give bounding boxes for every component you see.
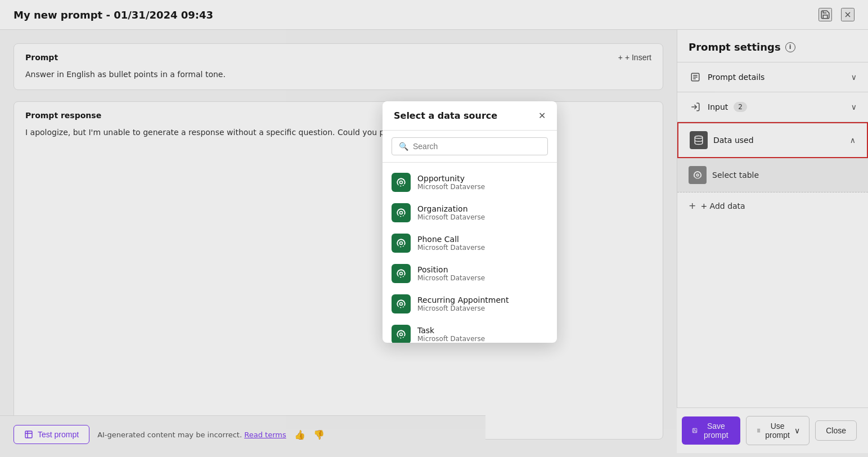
datasource-name: Opportunity (417, 174, 485, 183)
close-button[interactable]: Close (815, 420, 857, 441)
title-bar: My new prompt - 01/31/2024 09:43 (0, 0, 868, 30)
title-bar-icons (818, 8, 854, 21)
response-label: Prompt response (25, 111, 101, 120)
datasource-sub: Microsoft Dataverse (417, 213, 485, 221)
input-label: Input (708, 102, 728, 111)
prompt-details-chevron: ∨ (851, 73, 857, 82)
add-data-plus-icon: + (689, 200, 696, 211)
right-bottom-bar: Save prompt Use prompt ∨ Close (677, 407, 868, 453)
datasource-name: Phone Call (417, 235, 485, 244)
list-item[interactable]: Position Microsoft Dataverse (383, 258, 557, 289)
prompt-label: Prompt (25, 53, 58, 62)
modal-close-button[interactable]: ✕ (538, 110, 546, 121)
test-prompt-label: Test prompt (38, 430, 79, 439)
save-prompt-button[interactable]: Save prompt (682, 416, 740, 445)
datasource-icon (392, 294, 411, 313)
info-icon[interactable]: i (785, 42, 795, 52)
search-box: 🔍 (383, 131, 557, 163)
response-header: Prompt response (25, 111, 651, 120)
datasource-sub: Microsoft Dataverse (417, 304, 509, 312)
modal-title: Select a data source (394, 110, 497, 121)
thumbs-down-icon[interactable]: 👎 (313, 429, 325, 440)
datasource-sub: Microsoft Dataverse (417, 274, 485, 282)
prompt-details-icon (689, 70, 702, 84)
prompt-settings-title: Prompt settings i (677, 41, 868, 62)
input-icon (689, 100, 702, 114)
svg-point-25 (397, 300, 404, 307)
test-prompt-button[interactable]: Test prompt (14, 425, 89, 444)
list-item[interactable]: Recurring Appointment Microsoft Datavers… (383, 289, 557, 319)
save-prompt-label: Save prompt (702, 422, 730, 440)
datasource-icon (392, 234, 411, 253)
data-used-section: Data used ∧ Select table + + Add data (677, 122, 868, 219)
prompt-section: Prompt + + Insert Answer in English as b… (14, 43, 663, 90)
datasource-list: Opportunity Microsoft Dataverse Organiza… (383, 163, 557, 343)
list-item[interactable]: Task Microsoft Dataverse (383, 319, 557, 343)
close-window-icon[interactable] (841, 8, 854, 21)
data-used-chevron: ∧ (850, 136, 856, 145)
use-prompt-chevron: ∨ (794, 426, 800, 435)
response-text: I apologize, but I'm unable to generate … (25, 127, 651, 138)
prompt-text: Answer in English as bullet points in a … (25, 69, 651, 80)
datasource-icon (392, 173, 411, 192)
data-used-header[interactable]: Data used ∧ (677, 122, 868, 158)
datasource-name: Recurring Appointment (417, 295, 509, 304)
insert-icon: + (618, 53, 623, 62)
svg-point-23 (397, 270, 404, 277)
svg-point-21 (397, 239, 404, 247)
svg-point-19 (397, 209, 404, 216)
data-used-icon (690, 131, 708, 149)
list-item[interactable]: Organization Microsoft Dataverse (383, 198, 557, 228)
datasource-name: Organization (417, 204, 485, 213)
search-icon: 🔍 (399, 142, 408, 151)
prompt-details-label: Prompt details (708, 73, 764, 82)
datasource-icon (392, 264, 411, 283)
prompt-details-section[interactable]: Prompt details ∨ (677, 62, 868, 92)
search-input-wrap: 🔍 (392, 137, 548, 155)
add-data-row[interactable]: + + Add data (677, 192, 868, 219)
data-used-label: Data used (713, 136, 754, 145)
use-prompt-label: Use prompt (764, 422, 791, 440)
svg-point-6 (695, 136, 703, 139)
response-section: Prompt response I apologize, but I'm una… (14, 101, 663, 440)
list-item[interactable]: Phone Call Microsoft Dataverse (383, 228, 557, 258)
svg-point-17 (397, 178, 404, 186)
insert-label: + Insert (625, 53, 651, 62)
select-datasource-modal: Select a data source ✕ 🔍 Opportunity Mic… (383, 101, 557, 343)
input-badge: 2 (734, 102, 747, 112)
use-prompt-button[interactable]: Use prompt ∨ (746, 416, 810, 445)
datasource-sub: Microsoft Dataverse (417, 183, 485, 191)
window-title: My new prompt - 01/31/2024 09:43 (14, 9, 213, 21)
add-data-label: + Add data (700, 201, 745, 210)
search-input[interactable] (413, 142, 541, 151)
input-section[interactable]: Input 2 ∨ (677, 92, 868, 122)
svg-point-7 (696, 174, 699, 176)
modal-header: Select a data source ✕ (383, 101, 557, 131)
thumbs-up-icon[interactable]: 👍 (294, 429, 305, 440)
select-table-row[interactable]: Select table (677, 158, 868, 192)
svg-point-8 (694, 172, 701, 178)
select-table-icon (689, 166, 707, 184)
datasource-sub: Microsoft Dataverse (417, 335, 485, 343)
prompt-header: Prompt + + Insert (25, 53, 651, 62)
datasource-name: Position (417, 265, 485, 274)
read-terms-link[interactable]: Read terms (244, 431, 286, 439)
datasource-name: Task (417, 326, 485, 335)
left-panel: Prompt + + Insert Answer in English as b… (0, 30, 677, 453)
right-panel: Prompt settings i Prompt details ∨ Input… (677, 30, 868, 453)
input-chevron: ∨ (851, 102, 857, 111)
datasource-icon (392, 325, 411, 343)
svg-point-27 (397, 330, 404, 338)
select-table-label: Select table (712, 171, 759, 180)
list-item[interactable]: Opportunity Microsoft Dataverse (383, 167, 557, 198)
bottom-bar: Test prompt AI-generated content may be … (0, 415, 485, 453)
datasource-icon (392, 203, 411, 222)
insert-button[interactable]: + + Insert (618, 53, 651, 62)
disclaimer-text: AI-generated content may be incorrect. R… (97, 431, 286, 439)
datasource-sub: Microsoft Dataverse (417, 244, 485, 252)
save-icon[interactable] (818, 8, 832, 21)
